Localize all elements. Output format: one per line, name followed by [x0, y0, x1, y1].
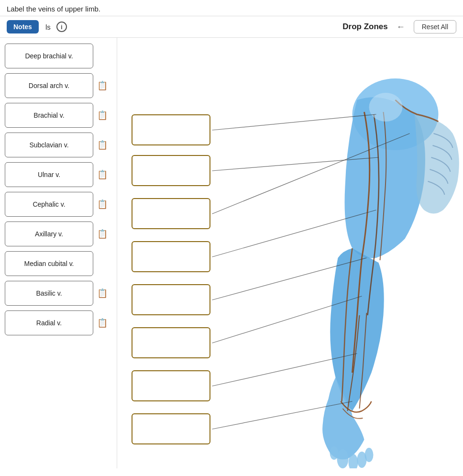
label-row-cephalic: Cephalic v. 📋	[5, 192, 112, 217]
svg-line-13	[212, 354, 357, 386]
doc-icon-subclavian[interactable]: 📋	[96, 140, 109, 150]
svg-point-2	[349, 454, 358, 468]
svg-point-5	[330, 446, 339, 460]
drop-zone-1[interactable]	[132, 114, 210, 145]
label-row-axillary: Axillary v. 📋	[5, 221, 112, 246]
doc-icon-brachial[interactable]: 📋	[96, 110, 109, 121]
label-basilic[interactable]: Basilic v.	[5, 281, 93, 306]
label-cephalic[interactable]: Cephalic v.	[5, 192, 93, 217]
doc-icon-cephalic[interactable]: 📋	[96, 199, 109, 210]
svg-point-0	[353, 78, 439, 150]
svg-point-1	[337, 449, 349, 468]
svg-line-7	[212, 114, 376, 130]
label-row-deep-brachial: Deep brachial v.	[5, 44, 112, 68]
svg-line-14	[212, 401, 353, 429]
doc-icon-ulnar[interactable]: 📋	[96, 169, 109, 180]
drop-zone-5[interactable]	[132, 284, 210, 315]
label-subclavian[interactable]: Subclavian v.	[5, 133, 93, 157]
drop-zones-label: Drop Zones	[342, 22, 387, 32]
label-dorsal-arch[interactable]: Dorsal arch v.	[5, 73, 93, 98]
doc-icon-basilic[interactable]: 📋	[96, 288, 109, 299]
toolbar-ls-label: ls	[45, 23, 51, 31]
label-row-dorsal-arch: Dorsal arch v. 📋	[5, 73, 112, 98]
svg-point-4	[365, 448, 374, 462]
drop-zone-7[interactable]	[132, 370, 210, 401]
svg-line-9	[212, 133, 410, 214]
label-ulnar[interactable]: Ulnar v.	[5, 162, 93, 187]
label-row-brachial: Brachial v. 📋	[5, 103, 112, 128]
svg-point-3	[357, 452, 367, 468]
back-arrow-icon[interactable]: ←	[397, 22, 405, 32]
drop-zone-8[interactable]	[132, 413, 210, 444]
doc-icon-dorsal-arch[interactable]: 📋	[96, 80, 109, 91]
svg-line-11	[212, 258, 367, 300]
drop-zone-4[interactable]	[132, 241, 210, 272]
drop-zone-6[interactable]	[132, 327, 210, 358]
label-axillary[interactable]: Axillary v.	[5, 221, 93, 246]
drop-zone-3[interactable]	[132, 198, 210, 229]
svg-point-6	[369, 93, 403, 122]
label-row-basilic: Basilic v. 📋	[5, 281, 112, 306]
info-icon[interactable]: i	[56, 22, 67, 32]
label-row-subclavian: Subclavian v. 📋	[5, 133, 112, 157]
drop-zone-area	[117, 38, 463, 468]
label-deep-brachial[interactable]: Deep brachial v.	[5, 44, 93, 68]
label-radial[interactable]: Radial v.	[5, 310, 93, 335]
label-row-median-cubital: Median cubital v.	[5, 251, 112, 276]
svg-line-10	[212, 210, 376, 257]
drop-zone-2[interactable]	[132, 155, 210, 186]
page-title: Label the veins of upper limb.	[0, 0, 463, 16]
main-content: Deep brachial v. Dorsal arch v. 📋 Brachi…	[0, 38, 463, 468]
doc-icon-axillary[interactable]: 📋	[96, 229, 109, 239]
labels-panel: Deep brachial v. Dorsal arch v. 📋 Brachi…	[0, 38, 117, 468]
label-median-cubital[interactable]: Median cubital v.	[5, 251, 93, 276]
label-brachial[interactable]: Brachial v.	[5, 103, 93, 128]
label-row-ulnar: Ulnar v. 📋	[5, 162, 112, 187]
svg-line-8	[212, 157, 379, 171]
svg-line-12	[212, 296, 362, 343]
label-row-radial: Radial v. 📋	[5, 310, 112, 335]
doc-icon-radial[interactable]: 📋	[96, 318, 109, 328]
toolbar: Notes ls i Drop Zones ← Reset All	[0, 16, 463, 38]
notes-button[interactable]: Notes	[7, 20, 39, 33]
reset-all-button[interactable]: Reset All	[414, 20, 456, 33]
